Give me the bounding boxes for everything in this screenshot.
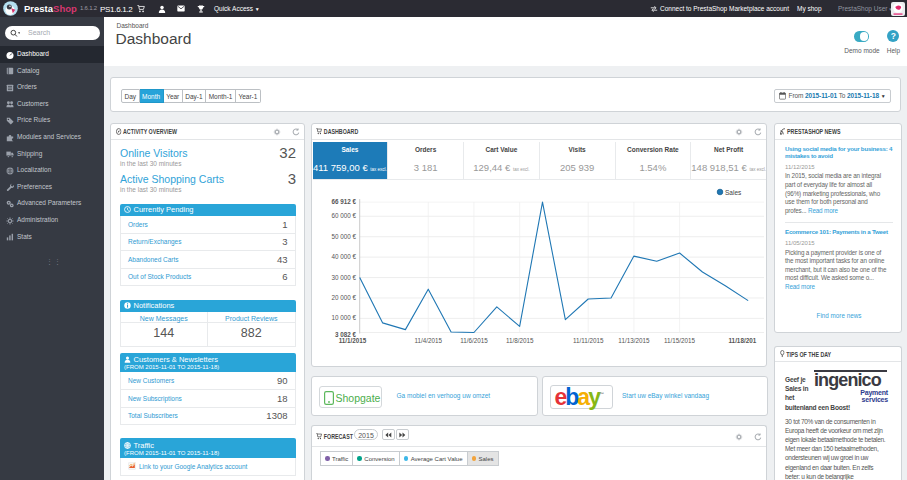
- svg-text:60 000 €: 60 000 €: [331, 212, 356, 219]
- svg-text:40 000 €: 40 000 €: [331, 253, 356, 260]
- svg-text:11/15/2015: 11/15/2015: [664, 337, 696, 344]
- svg-text:11/1/2015: 11/1/2015: [338, 337, 366, 344]
- svg-text:66 912 €: 66 912 €: [331, 198, 356, 205]
- svg-text:11/4/2015: 11/4/2015: [414, 337, 442, 344]
- svg-text:50 000 €: 50 000 €: [331, 233, 356, 240]
- svg-text:30 000 €: 30 000 €: [331, 274, 356, 281]
- svg-text:11/13/2015: 11/13/2015: [618, 337, 650, 344]
- svg-text:20 000 €: 20 000 €: [331, 294, 356, 301]
- svg-text:11/18/201: 11/18/201: [728, 337, 756, 344]
- svg-text:11/6/2015: 11/6/2015: [460, 337, 488, 344]
- svg-text:10 000 €: 10 000 €: [331, 314, 356, 321]
- svg-text:Sales: Sales: [725, 189, 742, 196]
- svg-text:11/8/2015: 11/8/2015: [505, 337, 533, 344]
- svg-text:11/11/2015: 11/11/2015: [572, 337, 603, 344]
